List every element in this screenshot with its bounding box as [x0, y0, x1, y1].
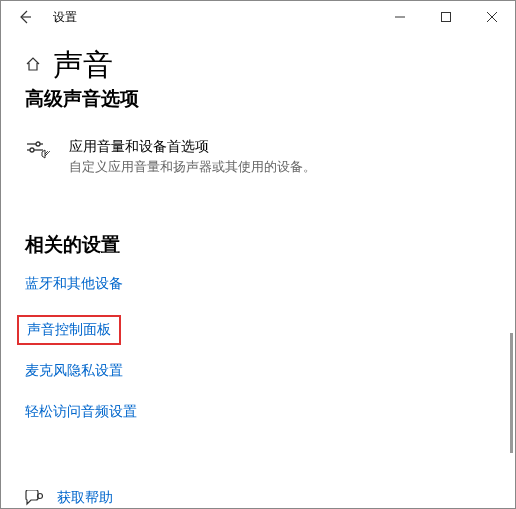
link-mic-privacy[interactable]: 麦克风隐私设置: [25, 362, 123, 380]
related-links: 蓝牙和其他设备 声音控制面板 麦克风隐私设置 轻松访问音频设置: [25, 274, 491, 443]
svg-rect-1: [442, 13, 451, 22]
link-bluetooth-devices[interactable]: 蓝牙和其他设备: [25, 275, 123, 293]
app-volume-option[interactable]: 应用音量和设备首选项 自定义应用音量和扬声器或其使用的设备。: [25, 138, 491, 176]
svg-point-5: [36, 142, 40, 146]
maximize-icon: [441, 12, 451, 22]
content-area: 声音 高级声音选项 应用音量和设备首选项 自定义应用音量和扬声器或其使用的设备。…: [1, 33, 515, 508]
link-sound-control-panel[interactable]: 声音控制面板: [17, 315, 121, 345]
footer-links: 获取帮助 提供反馈: [25, 489, 491, 508]
window-controls: [377, 1, 515, 33]
minimize-button[interactable]: [377, 1, 423, 33]
related-settings-heading: 相关的设置: [25, 232, 491, 258]
get-help-link[interactable]: 获取帮助: [25, 489, 491, 507]
back-button[interactable]: [9, 1, 41, 33]
app-title: 设置: [53, 9, 77, 26]
link-ease-of-access-audio[interactable]: 轻松访问音频设置: [25, 403, 137, 421]
minimize-icon: [395, 12, 405, 22]
home-icon[interactable]: [25, 56, 41, 76]
get-help-label: 获取帮助: [57, 489, 113, 507]
scrollbar[interactable]: [510, 333, 513, 453]
titlebar: 设置: [1, 1, 515, 33]
help-icon: [25, 490, 43, 506]
page-title: 声音: [53, 45, 113, 86]
arrow-left-icon: [17, 9, 33, 25]
advanced-sound-heading: 高级声音选项: [25, 86, 491, 112]
page-header: 声音: [25, 45, 491, 86]
app-volume-title: 应用音量和设备首选项: [69, 138, 316, 156]
close-button[interactable]: [469, 1, 515, 33]
sliders-icon: [25, 140, 51, 166]
maximize-button[interactable]: [423, 1, 469, 33]
svg-point-7: [30, 148, 34, 152]
app-volume-text: 应用音量和设备首选项 自定义应用音量和扬声器或其使用的设备。: [69, 138, 316, 176]
app-volume-desc: 自定义应用音量和扬声器或其使用的设备。: [69, 158, 316, 176]
close-icon: [487, 12, 497, 22]
